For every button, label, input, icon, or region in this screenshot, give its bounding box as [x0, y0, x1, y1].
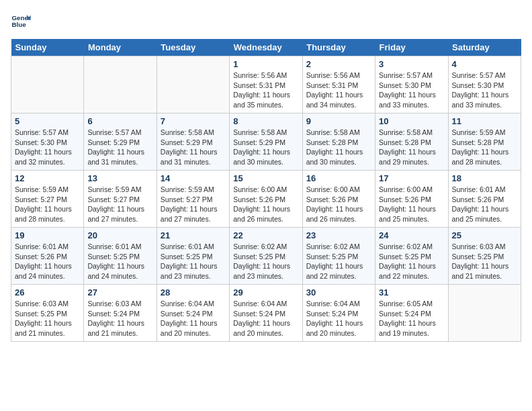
day-info: Sunrise: 6:03 AM Sunset: 5:25 PM Dayligh… — [452, 242, 517, 281]
day-info: Sunrise: 6:04 AM Sunset: 5:24 PM Dayligh… — [161, 299, 226, 338]
calendar-cell: 15Sunrise: 6:00 AM Sunset: 5:26 PM Dayli… — [230, 171, 302, 228]
page-header: General Blue — [11, 11, 521, 31]
calendar-cell: 6Sunrise: 5:57 AM Sunset: 5:29 PM Daylig… — [84, 113, 157, 171]
day-info: Sunrise: 6:02 AM Sunset: 5:25 PM Dayligh… — [379, 242, 444, 281]
day-header-sunday: Sunday — [11, 39, 84, 56]
calendar-cell — [157, 56, 229, 113]
calendar-cell — [84, 56, 157, 113]
calendar-cell: 12Sunrise: 5:59 AM Sunset: 5:27 PM Dayli… — [11, 171, 84, 228]
calendar-cell: 16Sunrise: 6:00 AM Sunset: 5:26 PM Dayli… — [302, 171, 375, 228]
day-info: Sunrise: 6:01 AM Sunset: 5:26 PM Dayligh… — [15, 242, 80, 281]
day-number: 22 — [233, 230, 298, 240]
day-info: Sunrise: 5:59 AM Sunset: 5:27 PM Dayligh… — [15, 185, 80, 224]
day-header-tuesday: Tuesday — [157, 39, 229, 56]
day-info: Sunrise: 5:58 AM Sunset: 5:28 PM Dayligh… — [306, 128, 371, 167]
day-info: Sunrise: 5:57 AM Sunset: 5:30 PM Dayligh… — [15, 128, 80, 167]
calendar-cell: 24Sunrise: 6:02 AM Sunset: 5:25 PM Dayli… — [375, 228, 448, 285]
day-header-thursday: Thursday — [302, 39, 375, 56]
calendar-cell: 17Sunrise: 6:00 AM Sunset: 5:26 PM Dayli… — [375, 171, 448, 228]
day-number: 21 — [161, 230, 226, 240]
day-number: 28 — [161, 287, 226, 298]
calendar-cell: 3Sunrise: 5:57 AM Sunset: 5:30 PM Daylig… — [375, 56, 448, 113]
day-number: 13 — [87, 173, 152, 183]
day-info: Sunrise: 5:56 AM Sunset: 5:31 PM Dayligh… — [306, 71, 371, 110]
calendar-cell: 22Sunrise: 6:02 AM Sunset: 5:25 PM Dayli… — [230, 228, 302, 285]
day-info: Sunrise: 5:58 AM Sunset: 5:29 PM Dayligh… — [161, 128, 226, 167]
day-number: 19 — [15, 230, 80, 240]
calendar-cell: 8Sunrise: 5:58 AM Sunset: 5:29 PM Daylig… — [230, 113, 302, 171]
day-number: 24 — [379, 230, 444, 240]
day-info: Sunrise: 6:05 AM Sunset: 5:24 PM Dayligh… — [379, 299, 444, 338]
day-info: Sunrise: 5:56 AM Sunset: 5:31 PM Dayligh… — [233, 71, 298, 110]
day-number: 16 — [306, 173, 371, 183]
calendar-cell: 9Sunrise: 5:58 AM Sunset: 5:28 PM Daylig… — [302, 113, 375, 171]
day-number: 27 — [87, 287, 152, 298]
day-header-wednesday: Wednesday — [230, 39, 302, 56]
day-number: 25 — [452, 230, 517, 240]
day-info: Sunrise: 6:00 AM Sunset: 5:26 PM Dayligh… — [379, 185, 444, 224]
calendar-cell: 11Sunrise: 5:59 AM Sunset: 5:28 PM Dayli… — [448, 113, 521, 171]
day-info: Sunrise: 5:58 AM Sunset: 5:29 PM Dayligh… — [233, 128, 298, 167]
day-header-monday: Monday — [84, 39, 157, 56]
day-number: 23 — [306, 230, 371, 240]
day-info: Sunrise: 6:04 AM Sunset: 5:24 PM Dayligh… — [233, 299, 298, 338]
calendar-cell — [11, 56, 84, 113]
day-number: 17 — [379, 173, 444, 183]
day-number: 5 — [15, 116, 80, 126]
calendar-cell: 27Sunrise: 6:03 AM Sunset: 5:24 PM Dayli… — [84, 285, 157, 342]
day-number: 8 — [233, 116, 298, 126]
day-info: Sunrise: 6:02 AM Sunset: 5:25 PM Dayligh… — [233, 242, 298, 281]
day-info: Sunrise: 6:01 AM Sunset: 5:26 PM Dayligh… — [452, 185, 517, 224]
calendar-cell: 19Sunrise: 6:01 AM Sunset: 5:26 PM Dayli… — [11, 228, 84, 285]
day-number: 29 — [233, 287, 298, 298]
calendar-week-4: 19Sunrise: 6:01 AM Sunset: 5:26 PM Dayli… — [11, 228, 521, 285]
day-number: 31 — [379, 287, 444, 298]
calendar-cell: 4Sunrise: 5:57 AM Sunset: 5:30 PM Daylig… — [448, 56, 521, 113]
calendar-cell — [448, 285, 521, 342]
calendar-cell: 26Sunrise: 6:03 AM Sunset: 5:25 PM Dayli… — [11, 285, 84, 342]
day-info: Sunrise: 5:59 AM Sunset: 5:28 PM Dayligh… — [452, 128, 517, 167]
day-number: 9 — [306, 116, 371, 126]
calendar-week-2: 5Sunrise: 5:57 AM Sunset: 5:30 PM Daylig… — [11, 113, 521, 171]
calendar-cell: 20Sunrise: 6:01 AM Sunset: 5:25 PM Dayli… — [84, 228, 157, 285]
day-number: 11 — [452, 116, 517, 126]
logo: General Blue — [11, 11, 31, 31]
day-info: Sunrise: 6:04 AM Sunset: 5:24 PM Dayligh… — [306, 299, 371, 338]
day-header-saturday: Saturday — [448, 39, 521, 56]
calendar-cell: 10Sunrise: 5:58 AM Sunset: 5:28 PM Dayli… — [375, 113, 448, 171]
calendar-week-5: 26Sunrise: 6:03 AM Sunset: 5:25 PM Dayli… — [11, 285, 521, 342]
logo-icon: General Blue — [11, 11, 31, 31]
calendar-cell: 31Sunrise: 6:05 AM Sunset: 5:24 PM Dayli… — [375, 285, 448, 342]
day-number: 4 — [452, 59, 517, 69]
calendar-cell: 5Sunrise: 5:57 AM Sunset: 5:30 PM Daylig… — [11, 113, 84, 171]
day-number: 6 — [87, 116, 152, 126]
day-info: Sunrise: 6:00 AM Sunset: 5:26 PM Dayligh… — [233, 185, 298, 224]
day-number: 2 — [306, 59, 371, 69]
calendar-cell: 23Sunrise: 6:02 AM Sunset: 5:25 PM Dayli… — [302, 228, 375, 285]
calendar-cell: 25Sunrise: 6:03 AM Sunset: 5:25 PM Dayli… — [448, 228, 521, 285]
day-number: 26 — [15, 287, 80, 298]
day-info: Sunrise: 6:03 AM Sunset: 5:24 PM Dayligh… — [87, 299, 152, 338]
day-number: 1 — [233, 59, 298, 69]
calendar-table: SundayMondayTuesdayWednesdayThursdayFrid… — [11, 39, 521, 342]
day-info: Sunrise: 5:57 AM Sunset: 5:29 PM Dayligh… — [87, 128, 152, 167]
day-info: Sunrise: 5:59 AM Sunset: 5:27 PM Dayligh… — [87, 185, 152, 224]
day-header-friday: Friday — [375, 39, 448, 56]
calendar-week-3: 12Sunrise: 5:59 AM Sunset: 5:27 PM Dayli… — [11, 171, 521, 228]
day-number: 18 — [452, 173, 517, 183]
day-number: 12 — [15, 173, 80, 183]
day-info: Sunrise: 5:57 AM Sunset: 5:30 PM Dayligh… — [452, 71, 517, 110]
calendar-cell: 13Sunrise: 5:59 AM Sunset: 5:27 PM Dayli… — [84, 171, 157, 228]
svg-text:Blue: Blue — [12, 21, 27, 28]
calendar-cell: 1Sunrise: 5:56 AM Sunset: 5:31 PM Daylig… — [230, 56, 302, 113]
calendar-cell: 21Sunrise: 6:01 AM Sunset: 5:25 PM Dayli… — [157, 228, 229, 285]
day-number: 20 — [87, 230, 152, 240]
day-number: 30 — [306, 287, 371, 298]
calendar-cell: 18Sunrise: 6:01 AM Sunset: 5:26 PM Dayli… — [448, 171, 521, 228]
day-info: Sunrise: 6:03 AM Sunset: 5:25 PM Dayligh… — [15, 299, 80, 338]
day-number: 3 — [379, 59, 444, 69]
day-info: Sunrise: 6:01 AM Sunset: 5:25 PM Dayligh… — [87, 242, 152, 281]
day-info: Sunrise: 6:00 AM Sunset: 5:26 PM Dayligh… — [306, 185, 371, 224]
day-info: Sunrise: 6:01 AM Sunset: 5:25 PM Dayligh… — [161, 242, 226, 281]
day-number: 15 — [233, 173, 298, 183]
